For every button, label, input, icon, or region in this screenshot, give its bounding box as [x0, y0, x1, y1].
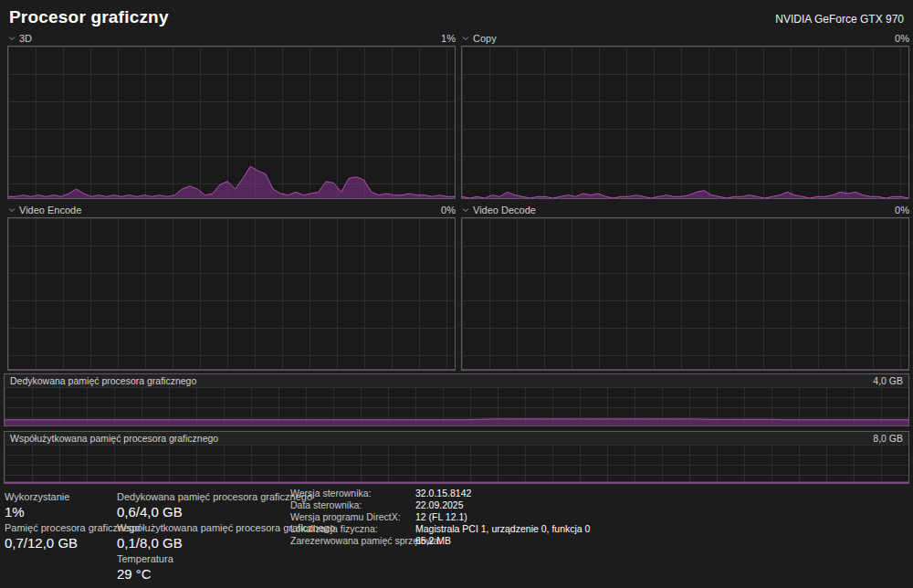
detail-label: Data sterownika:: [290, 499, 415, 511]
task-manager-gpu-page: Procesor graficzny NVIDIA GeForce GTX 97…: [0, 0, 913, 588]
chart-video-encode-graph: [7, 217, 456, 371]
stats-section: Wykorzystanie 1% Pamięć procesora grafic…: [0, 488, 913, 583]
chevron-down-icon[interactable]: [461, 206, 470, 214]
stat-label: Wykorzystanie: [5, 491, 69, 502]
dedicated-memory-capacity: 4,0 GB: [873, 375, 903, 386]
chart-title: Video Decode: [473, 205, 536, 215]
detail-row: Zarezerwowana pamięć sprzętowa:65,2 MB: [290, 535, 590, 547]
charts-grid: 3D 1% Copy 0% Video Encode 0%: [0, 31, 913, 371]
detail-label: Lokalizacja fizyczna:: [290, 523, 415, 535]
shared-memory-panel: Współużytkowana pamięć procesora graficz…: [4, 431, 909, 484]
detail-value: 32.0.15.8142: [415, 488, 471, 499]
detail-label: Wersja programu DirectX:: [290, 511, 415, 523]
chart-header-3d[interactable]: 3D 1%: [7, 31, 456, 46]
chart-percent: 0%: [441, 205, 456, 215]
chart-panel-copy: Copy 0%: [461, 31, 909, 199]
chevron-down-icon[interactable]: [7, 206, 16, 214]
stat-value: 1%: [5, 504, 69, 520]
dedicated-memory-label: Dedykowana pamięć procesora graficznego: [10, 375, 196, 386]
chart-panel-video-encode: Video Encode 0%: [7, 203, 456, 371]
stat-value: 0,6/4,0 GB: [117, 504, 312, 520]
stat-temperature: Temperatura 29 °C: [117, 553, 173, 582]
detail-value: 22.09.2025: [415, 499, 464, 510]
page-title: Procesor graficzny: [9, 7, 169, 27]
chart-percent: 1%: [441, 33, 456, 44]
chart-header-video-encode[interactable]: Video Encode 0%: [7, 203, 456, 217]
chart-panel-3d: 3D 1%: [7, 31, 456, 199]
chevron-down-icon[interactable]: [461, 35, 470, 42]
shared-memory-capacity: 8,0 GB: [873, 433, 903, 444]
detail-value: Magistrala PCI 1, urządzenie 0, funkcja …: [415, 523, 590, 534]
detail-row: Wersja sterownika:32.0.15.8142: [290, 488, 590, 499]
detail-row: Lokalizacja fizyczna:Magistrala PCI 1, u…: [290, 523, 590, 535]
dedicated-memory-graph: [5, 387, 908, 425]
detail-value: 12 (FL 12.1): [415, 511, 467, 522]
chart-panel-video-decode: Video Decode 0%: [461, 203, 909, 371]
chart-3d-graph: [7, 46, 456, 199]
chart-copy-graph: [461, 46, 909, 199]
detail-row: Data sterownika:22.09.2025: [290, 499, 590, 511]
stat-dedicated-memory: Dedykowana pamięć procesora graficznego …: [117, 491, 312, 520]
detail-label: Wersja sterownika:: [290, 488, 415, 499]
chart-title: 3D: [19, 33, 32, 44]
chart-percent: 0%: [895, 205, 909, 215]
chevron-down-icon[interactable]: [7, 35, 16, 42]
dedicated-memory-header: Dedykowana pamięć procesora graficznego …: [5, 374, 908, 387]
shared-memory-graph: [5, 445, 908, 483]
chart-title: Video Encode: [19, 205, 81, 215]
stat-label: Temperatura: [117, 553, 173, 564]
page-header: Procesor graficzny NVIDIA GeForce GTX 97…: [0, 0, 913, 29]
detail-row: Wersja programu DirectX:12 (FL 12.1): [290, 511, 590, 523]
chart-video-decode-graph: [461, 217, 909, 371]
chart-percent: 0%: [895, 33, 909, 44]
dedicated-memory-panel: Dedykowana pamięć procesora graficznego …: [4, 373, 909, 426]
gpu-name: NVIDIA GeForce GTX 970: [775, 13, 904, 26]
chart-header-video-decode[interactable]: Video Decode 0%: [461, 203, 909, 217]
shared-memory-header: Współużytkowana pamięć procesora graficz…: [5, 432, 908, 445]
stat-label: Dedykowana pamięć procesora graficznego: [117, 491, 312, 502]
detail-label: Zarezerwowana pamięć sprzętowa:: [290, 535, 415, 547]
stat-utilization: Wykorzystanie 1%: [5, 491, 69, 520]
chart-title: Copy: [473, 33, 497, 44]
stat-value: 29 °C: [117, 566, 173, 582]
detail-value: 65,2 MB: [415, 535, 451, 546]
chart-header-copy[interactable]: Copy 0%: [461, 31, 909, 46]
details-list: Wersja sterownika:32.0.15.8142 Data ster…: [290, 488, 590, 547]
shared-memory-label: Współużytkowana pamięć procesora graficz…: [10, 433, 218, 444]
